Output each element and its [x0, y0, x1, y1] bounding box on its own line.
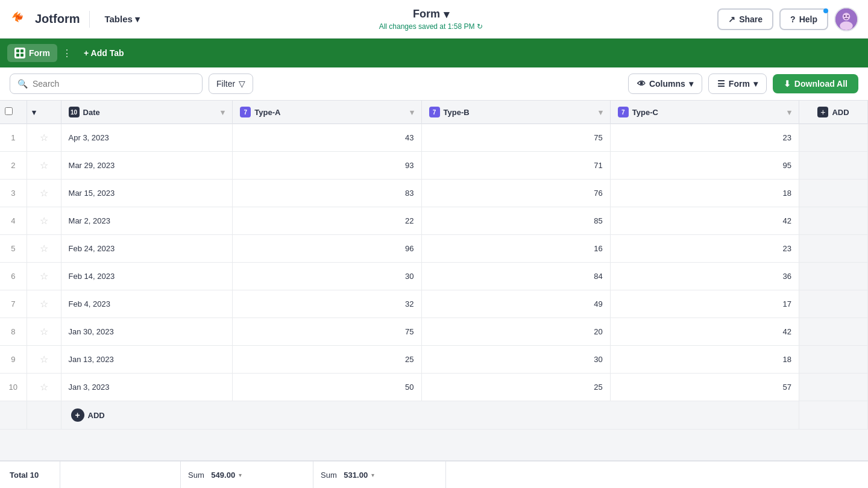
row-type-a[interactable]: 96 [233, 235, 421, 263]
columns-button[interactable]: 👁 Columns ▾ [628, 74, 702, 94]
add-column-header[interactable]: + ADD [799, 101, 868, 124]
row-type-c[interactable]: 23 [610, 235, 799, 263]
row-date[interactable]: Feb 24, 2023 [61, 235, 233, 263]
row-date[interactable]: Jan 30, 2023 [61, 318, 233, 346]
search-box[interactable]: 🔍 [10, 74, 203, 94]
row-type-a[interactable]: 43 [233, 124, 421, 152]
add-row-button[interactable]: + ADD [61, 401, 799, 429]
row-date[interactable]: Feb 14, 2023 [61, 263, 233, 290]
row-date[interactable]: Mar 2, 2023 [61, 207, 233, 235]
row-type-b[interactable]: 49 [421, 290, 610, 318]
star-icon[interactable]: ☆ [40, 299, 48, 309]
help-button[interactable]: ? Help [779, 8, 828, 30]
type-b-column-header[interactable]: 7 Type-B ▾ [421, 101, 610, 124]
row-star[interactable]: ☆ [27, 124, 61, 152]
row-type-c[interactable]: 42 [610, 207, 799, 235]
search-input[interactable] [33, 79, 195, 89]
row-type-a[interactable]: 30 [233, 263, 421, 290]
row-type-a[interactable]: 22 [233, 207, 421, 235]
svg-point-5 [847, 15, 849, 17]
chevron-down-icon[interactable]: ▾ [32, 108, 36, 117]
row-type-c[interactable]: 42 [610, 318, 799, 346]
form-title-area[interactable]: Form ▾ [413, 8, 449, 21]
download-all-button[interactable]: ⬇ Download All [773, 74, 858, 93]
row-date[interactable]: Jan 13, 2023 [61, 346, 233, 374]
row-type-b[interactable]: 30 [421, 346, 610, 374]
row-star[interactable]: ☆ [27, 290, 61, 318]
row-type-b[interactable]: 16 [421, 235, 610, 263]
row-date[interactable]: Jan 3, 2023 [61, 374, 233, 401]
row-date[interactable]: Feb 4, 2023 [61, 290, 233, 318]
row-star[interactable]: ☆ [27, 263, 61, 290]
row-type-a[interactable]: 75 [233, 318, 421, 346]
date-col-icon: 10 [69, 107, 80, 117]
date-column-header[interactable]: 10 Date ▾ [61, 101, 233, 124]
row-type-b[interactable]: 85 [421, 207, 610, 235]
star-icon[interactable]: ☆ [40, 354, 48, 364]
type-c-col-icon: 7 [618, 107, 629, 117]
add-row[interactable]: + ADD [0, 401, 868, 430]
form-view-button[interactable]: ☰ Form ▾ [708, 74, 767, 94]
logo[interactable]: Jotform [10, 9, 80, 30]
add-row-num [0, 401, 27, 430]
row-type-b[interactable]: 20 [421, 318, 610, 346]
row-type-c[interactable]: 95 [610, 152, 799, 180]
star-icon[interactable]: ☆ [40, 188, 48, 198]
row-star[interactable]: ☆ [27, 207, 61, 235]
row-type-c[interactable]: 57 [610, 374, 799, 401]
add-col-label: ADD [832, 108, 849, 117]
row-type-a[interactable]: 32 [233, 290, 421, 318]
star-icon[interactable]: ☆ [40, 243, 48, 254]
row-type-a[interactable]: 83 [233, 180, 421, 207]
row-star[interactable]: ☆ [27, 235, 61, 263]
svg-point-4 [844, 15, 846, 17]
row-type-b[interactable]: 71 [421, 152, 610, 180]
row-star[interactable]: ☆ [27, 318, 61, 346]
star-icon[interactable]: ☆ [40, 160, 48, 170]
star-icon[interactable]: ☆ [40, 216, 48, 226]
star-icon[interactable]: ☆ [40, 133, 48, 143]
form-tab[interactable]: Form [7, 44, 57, 62]
table-row: 4 ☆ Mar 2, 2023 22 85 42 [0, 207, 868, 235]
star-icon[interactable]: ☆ [40, 327, 48, 337]
row-type-a[interactable]: 93 [233, 152, 421, 180]
tables-dropdown-button[interactable]: Tables ▾ [99, 11, 144, 27]
row-type-a[interactable]: 50 [233, 374, 421, 401]
row-type-a[interactable]: 25 [233, 346, 421, 374]
table-row: 1 ☆ Apr 3, 2023 43 75 23 [0, 124, 868, 152]
row-type-b[interactable]: 25 [421, 374, 610, 401]
row-date[interactable]: Mar 15, 2023 [61, 180, 233, 207]
columns-chevron-icon: ▾ [689, 79, 693, 89]
row-type-c[interactable]: 18 [610, 346, 799, 374]
type-a-column-header[interactable]: 7 Type-A ▾ [233, 101, 421, 124]
row-date[interactable]: Mar 29, 2023 [61, 152, 233, 180]
star-icon[interactable]: ☆ [40, 382, 48, 392]
add-row-button-cell[interactable]: + ADD [61, 401, 799, 430]
row-type-b[interactable]: 75 [421, 124, 610, 152]
row-star[interactable]: ☆ [27, 152, 61, 180]
row-star[interactable]: ☆ [27, 180, 61, 207]
avatar[interactable] [834, 7, 858, 31]
type-c-column-header[interactable]: 7 Type-C ▾ [610, 101, 799, 124]
row-type-c[interactable]: 36 [610, 263, 799, 290]
row-type-c[interactable]: 23 [610, 124, 799, 152]
top-navigation: Jotform Tables ▾ Form ▾ All changes save… [0, 0, 868, 39]
type-b-col-icon: 7 [429, 107, 440, 117]
row-type-c[interactable]: 18 [610, 180, 799, 207]
star-icon[interactable]: ☆ [40, 271, 48, 281]
form-tab-label: Form [29, 48, 50, 58]
filter-button[interactable]: Filter ▽ [209, 74, 253, 94]
row-type-b[interactable]: 84 [421, 263, 610, 290]
share-button[interactable]: ↗ Share [717, 8, 773, 30]
type-a-col-icon: 7 [240, 107, 251, 117]
row-type-c[interactable]: 17 [610, 290, 799, 318]
add-tab-button[interactable]: + Add Tab [77, 45, 131, 61]
row-star[interactable]: ☆ [27, 374, 61, 401]
form-view-label: Form [729, 79, 750, 89]
row-date[interactable]: Apr 3, 2023 [61, 124, 233, 152]
select-all-checkbox[interactable] [5, 107, 13, 115]
row-type-b[interactable]: 76 [421, 180, 610, 207]
form-tab-options-icon[interactable]: ⋮ [60, 45, 74, 61]
checkbox-header[interactable] [0, 101, 27, 124]
row-star[interactable]: ☆ [27, 346, 61, 374]
